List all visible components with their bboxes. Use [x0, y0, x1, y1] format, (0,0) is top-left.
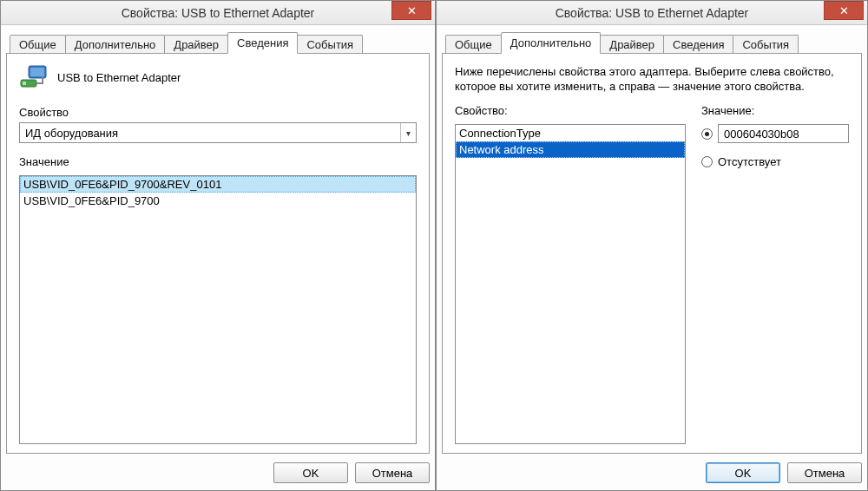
- titlebar[interactable]: Свойства: USB to Ethernet Adapter ✕: [437, 1, 867, 25]
- advanced-tab-page: Ниже перечислены свойства этого адаптера…: [442, 53, 862, 454]
- tab-details[interactable]: Сведения: [663, 35, 733, 54]
- dialog-buttons: OK Отмена: [6, 454, 430, 483]
- absent-radio[interactable]: [701, 156, 713, 167]
- tab-advanced[interactable]: Дополнительно: [501, 32, 602, 54]
- chevron-down-icon: ▾: [400, 123, 416, 142]
- properties-window-details: Свойства: USB to Ethernet Adapter ✕ Общи…: [0, 0, 436, 491]
- network-adapter-icon: [19, 64, 49, 90]
- tab-events[interactable]: События: [733, 35, 799, 54]
- list-item[interactable]: ConnectionType: [456, 125, 685, 141]
- value-label: Значение: [19, 155, 417, 168]
- value-input[interactable]: 000604030b08: [718, 124, 849, 143]
- tab-general[interactable]: Общие: [10, 35, 66, 54]
- value-label: Значение:: [701, 104, 849, 117]
- absent-radio-row: Отсутствует: [701, 155, 849, 168]
- advanced-description: Ниже перечислены свойства этого адаптера…: [455, 64, 849, 94]
- device-header: USB to Ethernet Adapter: [19, 64, 417, 90]
- tab-strip: Общие Дополнительно Драйвер Сведения Соб…: [6, 30, 430, 53]
- value-radio-row: 000604030b08: [701, 124, 849, 143]
- client-area: Общие Дополнительно Драйвер Сведения Соб…: [437, 25, 867, 490]
- titlebar[interactable]: Свойства: USB to Ethernet Adapter ✕: [1, 1, 435, 25]
- close-icon: ✕: [839, 4, 849, 17]
- absent-label: Отсутствует: [718, 155, 781, 168]
- list-item[interactable]: Network address: [456, 141, 685, 158]
- tab-driver[interactable]: Драйвер: [164, 35, 228, 54]
- value-listbox[interactable]: USB\VID_0FE6&PID_9700&REV_0101 USB\VID_0…: [19, 175, 417, 444]
- advanced-columns: Свойство: ConnectionType Network address…: [455, 104, 849, 444]
- ok-button[interactable]: OK: [706, 462, 780, 483]
- tab-strip: Общие Дополнительно Драйвер Сведения Соб…: [442, 30, 862, 53]
- tab-driver[interactable]: Драйвер: [600, 35, 664, 54]
- property-combobox[interactable]: ИД оборудования ▾: [19, 122, 417, 143]
- list-item[interactable]: USB\VID_0FE6&PID_9700&REV_0101: [20, 176, 416, 193]
- property-column: Свойство: ConnectionType Network address: [455, 104, 686, 444]
- tab-advanced[interactable]: Дополнительно: [65, 35, 166, 54]
- cancel-button[interactable]: Отмена: [355, 462, 430, 483]
- tab-general[interactable]: Общие: [445, 35, 502, 54]
- window-title: Свойства: USB to Ethernet Adapter: [1, 6, 435, 20]
- tab-events[interactable]: События: [297, 35, 363, 54]
- details-tab-page: USB to Ethernet Adapter Свойство ИД обор…: [6, 53, 430, 454]
- property-selected-text: ИД оборудования: [20, 127, 400, 140]
- cancel-button[interactable]: Отмена: [787, 462, 862, 483]
- property-label: Свойство:: [455, 104, 686, 117]
- svg-rect-1: [30, 68, 44, 76]
- close-button[interactable]: ✕: [391, 1, 431, 20]
- property-listbox[interactable]: ConnectionType Network address: [455, 124, 686, 444]
- dialog-buttons: OK Отмена: [442, 454, 862, 483]
- close-icon: ✕: [407, 4, 417, 17]
- tab-details[interactable]: Сведения: [227, 32, 298, 54]
- svg-rect-3: [23, 82, 26, 85]
- property-label: Свойство: [19, 106, 417, 119]
- close-button[interactable]: ✕: [824, 1, 864, 20]
- window-title: Свойства: USB to Ethernet Adapter: [437, 6, 867, 20]
- properties-window-advanced: Свойства: USB to Ethernet Adapter ✕ Общи…: [436, 0, 868, 491]
- ok-button[interactable]: OK: [273, 462, 348, 483]
- list-item[interactable]: USB\VID_0FE6&PID_9700: [20, 193, 416, 209]
- client-area: Общие Дополнительно Драйвер Сведения Соб…: [1, 25, 435, 490]
- value-radio[interactable]: [701, 128, 713, 140]
- value-column: Значение: 000604030b08 Отсутствует: [701, 104, 849, 444]
- device-name: USB to Ethernet Adapter: [57, 71, 181, 84]
